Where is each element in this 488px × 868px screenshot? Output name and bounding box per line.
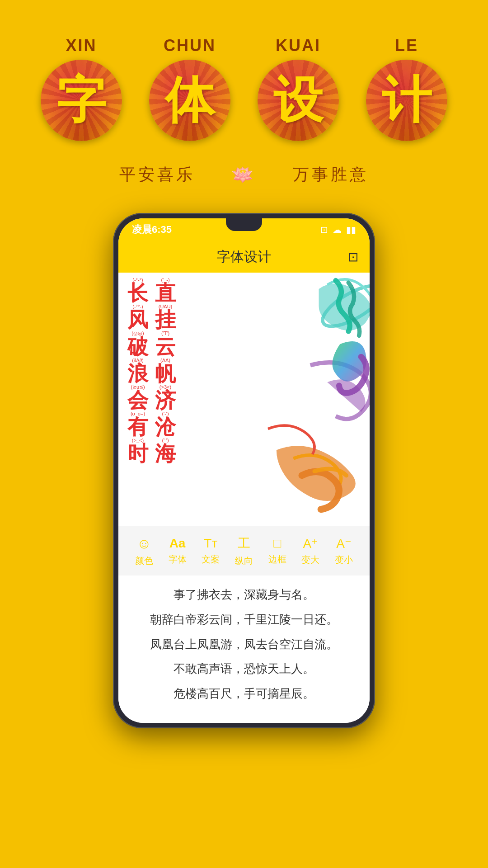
swirl-decoration	[234, 273, 370, 526]
bigger-label: 变大	[301, 554, 319, 566]
circle-zi: 字	[41, 60, 122, 141]
char-ti: 体	[165, 67, 215, 134]
text-content: 事了拂衣去，深藏身与名。 朝辞白帝彩云间，千里江陵一日还。 凤凰台上凤凰游，凤去…	[118, 576, 370, 723]
signal-icon: ☁	[333, 224, 342, 235]
char-you: 有	[127, 417, 148, 438]
char-shi: 时	[127, 443, 148, 464]
bigger-icon: A⁺	[303, 536, 319, 551]
pinyin-item-xin: XIN 字	[41, 36, 122, 141]
color-icon: ☺	[137, 535, 152, 552]
poem-line-2: 朝辞白帝彩云间，千里江陵一日还。	[136, 609, 352, 631]
char-gua: 挂	[155, 310, 176, 330]
smaller-label: 变小	[335, 554, 353, 566]
char-ji: 计	[382, 67, 432, 134]
poem-columns: (-°-°) 长 (-°°-) 风 (◎◎) 破 (∂Δ∂) 浪 (≧u≦) 会…	[127, 277, 176, 464]
pinyin-kuai: KUAI	[258, 36, 339, 55]
text-icon: Tт	[204, 536, 217, 551]
vertical-label: 纵向	[235, 555, 253, 567]
subtitle-row: 平安喜乐 🪷 万事胜意	[119, 164, 369, 186]
char-yun: 云	[155, 337, 176, 358]
phone-inner: 凌晨6:35 ⊡ ☁ ▮▮ 字体设计 ⊡ (-°-°)	[118, 218, 370, 723]
char-feng: 风	[127, 310, 148, 330]
status-icons: ⊡ ☁ ▮▮	[320, 224, 356, 235]
char-zhi: 直	[155, 283, 176, 304]
subtitle-left: 平安喜乐	[119, 164, 195, 186]
poem-col-2: ('_-) 直 (UAU) 挂 ('T') 云 (ΔΔ) 帆 (>3<) 济 (…	[155, 277, 176, 464]
smaller-icon: A⁻	[336, 536, 352, 551]
battery-icon: ▮▮	[346, 224, 356, 235]
wifi-icon: ⊡	[320, 224, 328, 235]
char-po: 破	[127, 337, 148, 358]
char-chang: 长	[127, 283, 148, 304]
toolbar-bigger[interactable]: A⁺ 变大	[301, 536, 319, 566]
font-label: 字体	[169, 553, 187, 566]
pinyin-le: LE	[366, 36, 447, 55]
char-lang: 浪	[127, 363, 148, 384]
phone-section: 凌晨6:35 ⊡ ☁ ▮▮ 字体设计 ⊡ (-°-°)	[0, 213, 488, 728]
char-fan: 帆	[155, 363, 176, 384]
char-ji: 济	[155, 390, 176, 411]
poem-line-5: 危楼高百尺，手可摘星辰。	[136, 684, 352, 705]
lotus-icon: 🪷	[231, 164, 257, 185]
status-time: 凌晨6:35	[132, 223, 172, 236]
share-icon[interactable]: ⊡	[348, 250, 358, 264]
font-icon: Aa	[169, 536, 186, 551]
app-title: 字体设计	[217, 248, 271, 266]
pinyin-item-chun: CHUN 体	[149, 36, 230, 141]
poem-line-1: 事了拂衣去，深藏身与名。	[136, 585, 352, 606]
col-gap	[148, 277, 155, 464]
pinyin-item-le: LE 计	[366, 36, 447, 141]
subtitle-right: 万事胜意	[293, 164, 369, 186]
toolbar-color[interactable]: ☺ 颜色	[135, 535, 153, 567]
toolbar-text[interactable]: Tт 文案	[202, 536, 220, 566]
app-header: 字体设计 ⊡	[118, 241, 370, 273]
toolbar-border[interactable]: □ 边框	[268, 536, 286, 566]
top-section: XIN 字 CHUN 体 KUAI 设 LE 计 平安喜乐 🪷 万事胜意	[0, 0, 488, 186]
svg-point-0	[317, 278, 370, 334]
char-hui: 会	[127, 390, 148, 411]
design-canvas: (-°-°) 长 (-°°-) 风 (◎◎) 破 (∂Δ∂) 浪 (≧u≦) 会…	[118, 273, 370, 526]
poem-col-1: (-°-°) 长 (-°°-) 风 (◎◎) 破 (∂Δ∂) 浪 (≧u≦) 会…	[127, 277, 148, 464]
vertical-icon: 工	[238, 535, 250, 552]
border-icon: □	[273, 536, 281, 551]
pinyin-row: XIN 字 CHUN 体 KUAI 设 LE 计	[41, 36, 447, 141]
toolbar-vertical[interactable]: 工 纵向	[235, 535, 253, 567]
toolbar-smaller[interactable]: A⁻ 变小	[335, 536, 353, 566]
char-she: 设	[273, 67, 323, 134]
char-cang: 沧	[155, 417, 176, 438]
text-label: 文案	[202, 553, 220, 566]
circle-she: 设	[258, 60, 339, 141]
circle-ti: 体	[149, 60, 230, 141]
pinyin-item-kuai: KUAI 设	[258, 36, 339, 141]
char-hai: 海	[155, 443, 176, 464]
circle-ji: 计	[366, 60, 447, 141]
char-zi: 字	[56, 67, 106, 134]
color-label: 颜色	[135, 555, 153, 567]
poem-line-3: 凤凰台上凤凰游，凤去台空江自流。	[136, 634, 352, 656]
phone-notch	[226, 218, 262, 231]
border-label: 边框	[268, 553, 286, 566]
pinyin-xin: XIN	[41, 36, 122, 55]
phone-mockup: 凌晨6:35 ⊡ ☁ ▮▮ 字体设计 ⊡ (-°-°)	[113, 213, 375, 728]
toolbar: ☺ 颜色 Aa 字体 Tт 文案 工 纵向 □ 边框	[118, 526, 370, 576]
toolbar-font[interactable]: Aa 字体	[169, 536, 187, 566]
pinyin-chun: CHUN	[149, 36, 230, 55]
poem-line-4: 不敢高声语，恐惊天上人。	[136, 659, 352, 680]
